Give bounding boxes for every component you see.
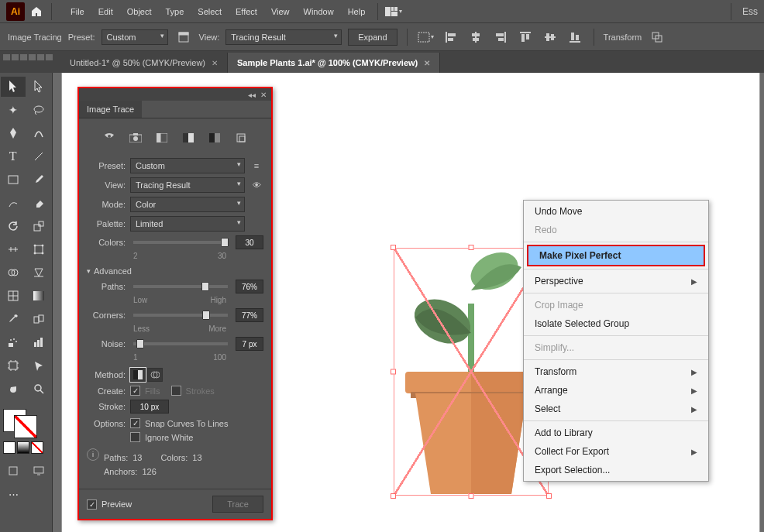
hand-tool-icon[interactable] [1,379,26,399]
corners-value[interactable]: 77% [236,308,263,322]
slice-tool-icon[interactable] [27,355,52,376]
width-tool-icon[interactable] [1,239,26,259]
selection-tool-icon[interactable] [1,77,26,97]
graph-tool-icon[interactable] [27,332,52,352]
collapse-icon[interactable]: ◂◂ [248,91,256,99]
mask-icon[interactable]: ▾ [417,29,435,46]
panel-grip[interactable] [3,54,53,60]
resize-handle[interactable] [391,493,396,499]
transform-label[interactable]: Transform [604,33,642,42]
artboard-tool-icon[interactable] [1,355,26,376]
low-photo-icon[interactable] [154,131,170,145]
lasso-tool-icon[interactable] [27,100,52,120]
shaper-tool-icon[interactable] [1,193,26,213]
resize-handle[interactable] [391,369,396,375]
colors-value[interactable]: 30 [236,235,263,249]
ctx-perspective[interactable]: Perspective▶ [524,272,708,290]
align-left-icon[interactable] [442,29,460,46]
curvature-tool-icon[interactable] [27,123,52,143]
advanced-section[interactable]: Advanced [87,266,263,276]
expand-button[interactable]: Expand [348,29,397,46]
blend-tool-icon[interactable] [27,309,52,329]
high-photo-icon[interactable] [128,131,143,145]
auto-color-icon[interactable] [102,131,117,145]
preset-dropdown[interactable]: Custom [130,158,245,173]
method-overlap-icon[interactable] [147,368,163,382]
view-dropdown[interactable]: Tracing Result [225,29,342,45]
scale-tool-icon[interactable] [27,216,52,236]
color-mode-icon[interactable] [3,441,15,454]
trace-panel-toggle-icon[interactable] [174,29,193,46]
gradient-tool-icon[interactable] [27,286,52,306]
resize-handle[interactable] [469,493,474,499]
ctx-undo[interactable]: Undo Move [524,202,708,221]
line-tool-icon[interactable] [27,146,52,166]
home-icon[interactable] [28,3,45,20]
perspective-grid-tool-icon[interactable] [27,263,52,283]
paintbrush-tool-icon[interactable] [27,170,52,190]
resize-handle[interactable] [391,245,396,250]
menu-help[interactable]: Help [342,4,372,19]
close-icon[interactable]: ✕ [212,59,218,67]
gradient-mode-icon[interactable] [17,441,29,454]
bw-logo-icon[interactable] [233,131,249,145]
draw-normal-icon[interactable] [1,461,26,481]
panel-header[interactable]: ◂◂✕ [79,88,271,101]
direct-selection-tool-icon[interactable] [27,77,52,97]
six-color-icon[interactable] [207,131,222,145]
ctx-add-to-library[interactable]: Add to Library [524,424,708,442]
resize-handle[interactable] [469,245,474,250]
stroke-swatch[interactable] [14,415,37,438]
menu-edit[interactable]: Edit [92,4,119,19]
workspace-label[interactable]: Ess [742,6,758,17]
rectangle-tool-icon[interactable] [1,170,26,190]
menu-type[interactable]: Type [160,4,191,19]
none-mode-icon[interactable] [31,441,43,454]
view-dropdown[interactable]: Tracing Result [130,177,245,193]
menu-window[interactable]: Window [298,4,340,19]
menu-file[interactable]: File [64,4,91,19]
mesh-tool-icon[interactable] [1,286,26,306]
close-icon[interactable]: ✕ [424,59,430,67]
ignore-white-checkbox[interactable] [130,432,140,442]
doc-tab-1[interactable]: Untitled-1* @ 50% (CMYK/Preview) ✕ [60,53,228,73]
screen-mode-icon[interactable] [27,461,52,481]
eraser-tool-icon[interactable] [27,193,52,213]
menu-view[interactable]: View [265,4,296,19]
ctx-collect-for-export[interactable]: Collect For Export▶ [524,442,708,461]
zoom-tool-icon[interactable] [27,379,52,399]
shape-mode-icon[interactable] [648,29,666,46]
type-tool-icon[interactable]: T [1,146,26,166]
align-hcenter-icon[interactable] [466,29,485,46]
resize-handle[interactable] [546,493,552,499]
method-abutting-icon[interactable] [130,368,146,382]
paths-value[interactable]: 76% [236,280,263,293]
corners-slider[interactable] [133,314,228,317]
arrange-docs-icon[interactable]: ▾ [384,3,403,20]
mode-dropdown[interactable]: Color [130,197,245,212]
menu-object[interactable]: Object [121,4,158,19]
edit-toolbar-icon[interactable]: ⋯ [1,484,26,504]
preset-menu-icon[interactable]: ≡ [250,161,263,170]
ctx-make-pixel-perfect[interactable]: Make Pixel Perfect [528,246,704,265]
paths-slider[interactable] [133,285,228,288]
noise-value[interactable]: 7 px [236,337,263,351]
ctx-select[interactable]: Select▶ [524,400,708,418]
align-top-icon[interactable] [516,29,535,46]
rotate-tool-icon[interactable] [1,216,26,236]
panel-tab[interactable]: Image Trace [79,101,142,118]
colors-slider[interactable] [133,241,228,244]
preview-checkbox[interactable] [87,499,97,510]
ctx-transform[interactable]: Transform▶ [524,362,708,381]
ctx-export-selection[interactable]: Export Selection... [524,461,708,479]
preset-dropdown[interactable]: Custom [102,29,168,45]
menu-effect[interactable]: Effect [229,4,263,19]
pen-tool-icon[interactable] [1,123,26,143]
palette-dropdown[interactable]: Limited [130,216,245,232]
snap-checkbox[interactable] [130,418,140,428]
align-right-icon[interactable] [491,29,510,46]
ctx-isolate-group[interactable]: Isolate Selected Group [524,314,708,333]
noise-slider[interactable] [133,342,228,345]
magic-wand-tool-icon[interactable]: ✦ [1,100,26,120]
doc-tab-2[interactable]: Sample Plants 1.ai* @ 100% (CMYK/Preview… [228,53,440,73]
